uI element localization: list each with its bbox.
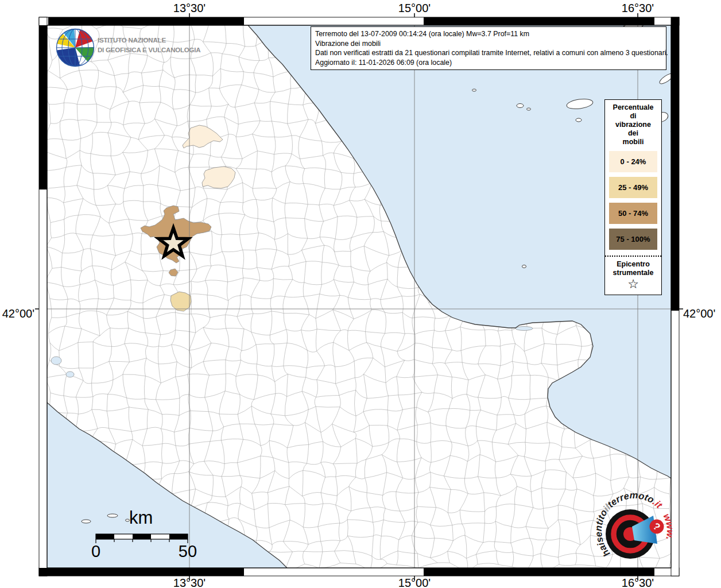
axis-label-bottom-16-30: 16°30' [622, 577, 654, 588]
axis-label-top-16-30: 16°30' [622, 2, 654, 15]
lake [66, 372, 74, 377]
legend-epicenter-label: strumentale [605, 269, 661, 277]
axis-label-right-42-00: 42°00' [683, 307, 715, 320]
legend: Percentuale di vibrazione dei mobili 0 -… [604, 99, 662, 295]
legend-title-line: vibrazione [605, 121, 661, 129]
axis-label-bottom-13-30: 13°30' [173, 577, 206, 588]
ingv-line2: DI GEOFISICA E VULCANOLOGIA [98, 45, 200, 55]
haisentitoilterremoto-logo: ? haisentitoilterremoto.itwww. [594, 485, 680, 571]
legend-separator [605, 256, 661, 257]
legend-title-line: mobili [605, 138, 661, 146]
legend-title-line: Percentuale [605, 103, 661, 112]
legend-swatch-50-74: 50 - 74% [609, 203, 657, 224]
axis-label-top-15-00: 15°00' [398, 2, 431, 15]
legend-title-line: di [605, 112, 661, 121]
logo-text-terremoto: terremoto [605, 490, 656, 509]
ingv-globe-icon [55, 28, 95, 68]
legend-swatch-25-49: 25 - 49% [609, 177, 657, 198]
lake [51, 357, 61, 365]
info-line-source: Dati non verificati estratti da 21 quest… [315, 48, 662, 58]
info-line-event: Terremoto del 13-07-2009 00:14:24 (ora l… [315, 29, 662, 39]
ingv-logo-text: ISTITUTO NAZIONALE DI GEOFISICA E VULCAN… [98, 36, 200, 55]
scalebar-end-label: 50 [179, 542, 197, 561]
axis-label-top-13-30: 13°30' [173, 2, 206, 15]
scalebar-start-label: 0 [91, 542, 100, 561]
earthquake-info-box: Terremoto del 13-07-2009 00:14:24 (ora l… [311, 26, 666, 70]
info-line-updated: Aggiornato il: 11-01-2026 06:09 (ora loc… [315, 58, 662, 68]
scalebar-unit-label: km [129, 508, 153, 528]
legend-title-line: dei [605, 129, 661, 138]
legend-swatch-75-100: 75 - 100% [609, 229, 657, 250]
coastal-lagoon [515, 327, 533, 331]
axis-label-bottom-15-00: 15°00' [398, 577, 431, 588]
axis-label-left-42-00: 42°00' [1, 307, 34, 320]
ingv-line1: ISTITUTO NAZIONALE [98, 36, 200, 45]
legend-epicenter-label: Epicentro [605, 260, 661, 269]
legend-swatch-0-24: 0 - 24% [609, 151, 657, 172]
page: { "map": { "sea_color": "#d9e9f6", "land… [0, 0, 721, 588]
info-line-metric: Vibrazione dei mobili [315, 39, 662, 49]
legend-star-icon: ☆ [605, 277, 661, 291]
